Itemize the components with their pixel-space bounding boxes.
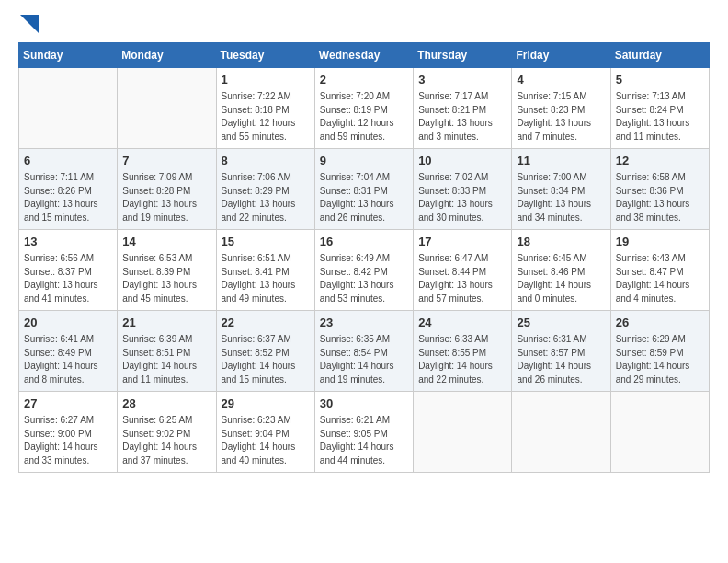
day-info: Sunrise: 6:53 AM Sunset: 8:39 PM Dayligh… <box>122 252 210 305</box>
day-number: 2 <box>320 72 408 88</box>
day-info: Sunrise: 7:04 AM Sunset: 8:31 PM Dayligh… <box>320 171 408 224</box>
calendar-cell: 1Sunrise: 7:22 AM Sunset: 8:18 PM Daylig… <box>216 68 314 149</box>
day-number: 4 <box>517 72 605 88</box>
day-info: Sunrise: 7:13 AM Sunset: 8:24 PM Dayligh… <box>616 90 704 144</box>
day-number: 26 <box>616 315 704 331</box>
calendar-cell: 23Sunrise: 6:35 AM Sunset: 8:54 PM Dayli… <box>314 311 413 392</box>
calendar-cell: 11Sunrise: 7:00 AM Sunset: 8:34 PM Dayli… <box>512 149 610 230</box>
calendar-cell <box>19 68 118 149</box>
day-info: Sunrise: 6:27 AM Sunset: 9:00 PM Dayligh… <box>24 414 112 467</box>
day-number: 24 <box>418 315 506 331</box>
day-info: Sunrise: 7:20 AM Sunset: 8:19 PM Dayligh… <box>320 90 408 144</box>
calendar-cell: 20Sunrise: 6:41 AM Sunset: 8:49 PM Dayli… <box>19 311 118 392</box>
day-info: Sunrise: 6:29 AM Sunset: 8:59 PM Dayligh… <box>616 333 704 386</box>
calendar-cell: 27Sunrise: 6:27 AM Sunset: 9:00 PM Dayli… <box>19 392 118 473</box>
calendar-cell: 14Sunrise: 6:53 AM Sunset: 8:39 PM Dayli… <box>118 230 216 311</box>
calendar-cell <box>118 68 216 149</box>
calendar-cell: 2Sunrise: 7:20 AM Sunset: 8:19 PM Daylig… <box>314 68 413 149</box>
day-info: Sunrise: 6:37 AM Sunset: 8:52 PM Dayligh… <box>222 333 310 386</box>
column-header-tuesday: Tuesday <box>216 43 314 68</box>
day-info: Sunrise: 6:43 AM Sunset: 8:47 PM Dayligh… <box>616 252 704 305</box>
day-number: 29 <box>222 396 310 412</box>
day-number: 13 <box>24 234 112 250</box>
day-info: Sunrise: 6:35 AM Sunset: 8:54 PM Dayligh… <box>320 333 408 386</box>
day-number: 25 <box>517 315 605 331</box>
day-info: Sunrise: 7:17 AM Sunset: 8:21 PM Dayligh… <box>418 90 506 144</box>
day-info: Sunrise: 6:39 AM Sunset: 8:51 PM Dayligh… <box>122 333 210 386</box>
day-info: Sunrise: 7:06 AM Sunset: 8:29 PM Dayligh… <box>222 171 310 224</box>
day-info: Sunrise: 7:02 AM Sunset: 8:33 PM Dayligh… <box>418 171 506 224</box>
column-header-wednesday: Wednesday <box>314 43 413 68</box>
day-number: 23 <box>320 315 408 331</box>
day-number: 18 <box>517 234 605 250</box>
day-number: 20 <box>24 315 112 331</box>
calendar-table: SundayMondayTuesdayWednesdayThursdayFrid… <box>18 42 710 473</box>
calendar-header-row: SundayMondayTuesdayWednesdayThursdayFrid… <box>19 43 710 68</box>
calendar-week-row: 6Sunrise: 7:11 AM Sunset: 8:26 PM Daylig… <box>19 149 710 230</box>
day-number: 16 <box>320 234 408 250</box>
calendar-cell <box>512 392 610 473</box>
day-info: Sunrise: 7:11 AM Sunset: 8:26 PM Dayligh… <box>24 171 112 224</box>
calendar-cell: 19Sunrise: 6:43 AM Sunset: 8:47 PM Dayli… <box>610 230 709 311</box>
calendar-cell: 15Sunrise: 6:51 AM Sunset: 8:41 PM Dayli… <box>216 230 314 311</box>
day-info: Sunrise: 7:00 AM Sunset: 8:34 PM Dayligh… <box>517 171 605 224</box>
day-info: Sunrise: 6:56 AM Sunset: 8:37 PM Dayligh… <box>24 252 112 305</box>
calendar-cell <box>414 392 512 473</box>
calendar-cell: 5Sunrise: 7:13 AM Sunset: 8:24 PM Daylig… <box>610 68 709 149</box>
day-number: 30 <box>320 396 408 412</box>
calendar-cell: 30Sunrise: 6:21 AM Sunset: 9:05 PM Dayli… <box>314 392 413 473</box>
calendar-cell: 8Sunrise: 7:06 AM Sunset: 8:29 PM Daylig… <box>216 149 314 230</box>
day-number: 28 <box>122 396 210 412</box>
day-number: 9 <box>320 153 408 169</box>
day-info: Sunrise: 6:25 AM Sunset: 9:02 PM Dayligh… <box>122 414 210 467</box>
day-number: 27 <box>24 396 112 412</box>
day-info: Sunrise: 6:23 AM Sunset: 9:04 PM Dayligh… <box>222 414 310 467</box>
calendar-cell: 9Sunrise: 7:04 AM Sunset: 8:31 PM Daylig… <box>314 149 413 230</box>
calendar-cell: 4Sunrise: 7:15 AM Sunset: 8:23 PM Daylig… <box>512 68 610 149</box>
day-info: Sunrise: 7:09 AM Sunset: 8:28 PM Dayligh… <box>122 171 210 224</box>
calendar-cell: 22Sunrise: 6:37 AM Sunset: 8:52 PM Dayli… <box>216 311 314 392</box>
calendar-cell: 18Sunrise: 6:45 AM Sunset: 8:46 PM Dayli… <box>512 230 610 311</box>
column-header-monday: Monday <box>118 43 216 68</box>
logo-triangle-icon <box>20 15 39 33</box>
calendar-cell: 7Sunrise: 7:09 AM Sunset: 8:28 PM Daylig… <box>118 149 216 230</box>
day-number: 6 <box>24 153 112 169</box>
svg-marker-0 <box>20 15 39 33</box>
day-number: 11 <box>517 153 605 169</box>
day-info: Sunrise: 6:21 AM Sunset: 9:05 PM Dayligh… <box>320 414 408 467</box>
day-info: Sunrise: 7:15 AM Sunset: 8:23 PM Dayligh… <box>517 90 605 144</box>
day-number: 22 <box>222 315 310 331</box>
day-info: Sunrise: 6:49 AM Sunset: 8:42 PM Dayligh… <box>320 252 408 305</box>
logo <box>18 18 39 33</box>
day-number: 21 <box>122 315 210 331</box>
calendar-cell: 28Sunrise: 6:25 AM Sunset: 9:02 PM Dayli… <box>118 392 216 473</box>
calendar-week-row: 27Sunrise: 6:27 AM Sunset: 9:00 PM Dayli… <box>19 392 710 473</box>
column-header-sunday: Sunday <box>19 43 118 68</box>
calendar-cell: 10Sunrise: 7:02 AM Sunset: 8:33 PM Dayli… <box>414 149 512 230</box>
day-number: 17 <box>418 234 506 250</box>
day-number: 10 <box>418 153 506 169</box>
day-number: 7 <box>122 153 210 169</box>
calendar-cell: 13Sunrise: 6:56 AM Sunset: 8:37 PM Dayli… <box>19 230 118 311</box>
day-info: Sunrise: 6:33 AM Sunset: 8:55 PM Dayligh… <box>418 333 506 386</box>
calendar-cell: 25Sunrise: 6:31 AM Sunset: 8:57 PM Dayli… <box>512 311 610 392</box>
day-info: Sunrise: 7:22 AM Sunset: 8:18 PM Dayligh… <box>222 90 310 144</box>
day-number: 14 <box>122 234 210 250</box>
calendar-cell: 12Sunrise: 6:58 AM Sunset: 8:36 PM Dayli… <box>610 149 709 230</box>
calendar-cell: 24Sunrise: 6:33 AM Sunset: 8:55 PM Dayli… <box>414 311 512 392</box>
calendar-week-row: 20Sunrise: 6:41 AM Sunset: 8:49 PM Dayli… <box>19 311 710 392</box>
day-number: 8 <box>222 153 310 169</box>
calendar-cell: 26Sunrise: 6:29 AM Sunset: 8:59 PM Dayli… <box>610 311 709 392</box>
day-info: Sunrise: 6:47 AM Sunset: 8:44 PM Dayligh… <box>418 252 506 305</box>
column-header-saturday: Saturday <box>610 43 709 68</box>
day-info: Sunrise: 6:41 AM Sunset: 8:49 PM Dayligh… <box>24 333 112 386</box>
column-header-thursday: Thursday <box>414 43 512 68</box>
calendar-week-row: 13Sunrise: 6:56 AM Sunset: 8:37 PM Dayli… <box>19 230 710 311</box>
calendar-cell: 6Sunrise: 7:11 AM Sunset: 8:26 PM Daylig… <box>19 149 118 230</box>
day-info: Sunrise: 6:58 AM Sunset: 8:36 PM Dayligh… <box>616 171 704 224</box>
day-number: 19 <box>616 234 704 250</box>
page-header <box>18 18 710 33</box>
column-header-friday: Friday <box>512 43 610 68</box>
day-info: Sunrise: 6:51 AM Sunset: 8:41 PM Dayligh… <box>222 252 310 305</box>
calendar-cell: 17Sunrise: 6:47 AM Sunset: 8:44 PM Dayli… <box>414 230 512 311</box>
